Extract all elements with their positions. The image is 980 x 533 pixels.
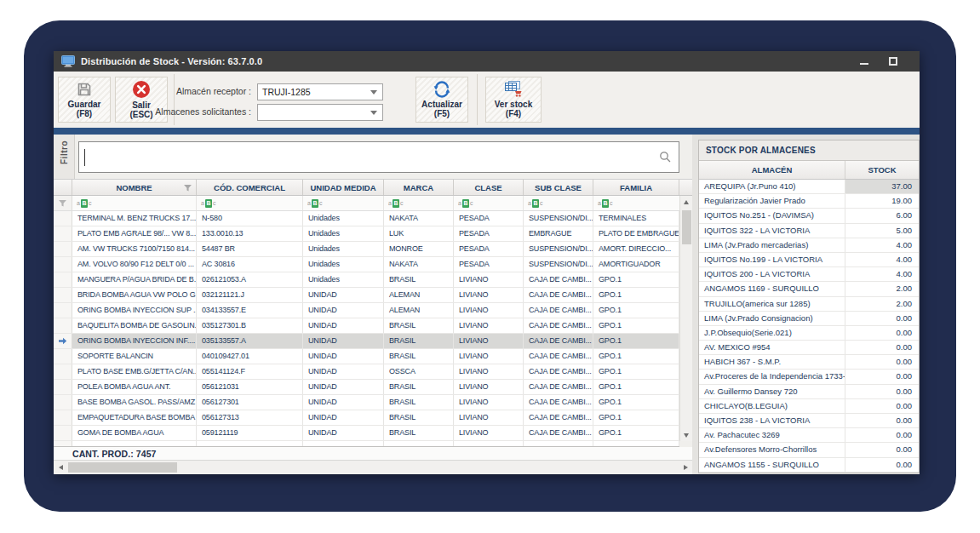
stock-cell[interactable]: 0.00 (845, 355, 919, 369)
product-cell[interactable]: Unidades (303, 242, 384, 256)
product-cell[interactable]: POLEA BOMBA AGUA ANT. (72, 380, 197, 394)
product-cell[interactable]: LIVIANO (454, 334, 524, 348)
product-cell[interactable]: LIVIANO (454, 364, 524, 379)
almacen-cell[interactable]: CHICLAYO(B.LEGUIA) (699, 399, 845, 413)
product-cell[interactable]: ALEMAN (384, 303, 454, 318)
product-cell[interactable]: LIVIANO (454, 380, 524, 394)
product-cell[interactable]: AMORT. DIRECCIO... (593, 242, 679, 256)
stock-cell[interactable]: 4.00 (845, 253, 919, 266)
horizontal-scrollbar[interactable] (54, 460, 692, 473)
product-cell[interactable]: GPO.1 (593, 334, 679, 348)
product-cell[interactable]: NAKATA (384, 257, 454, 272)
product-cell[interactable]: UNIDAD (303, 288, 384, 302)
view-stock-button[interactable]: Ver stock(F4) (485, 77, 542, 123)
product-cell[interactable]: N-580 (197, 211, 303, 226)
product-cell[interactable]: BRIDA BOMBA AGUA VW POLO G... (72, 288, 197, 302)
almacen-cell[interactable]: LIMA (Jv.Prado Consignacion) (699, 312, 845, 325)
product-cell[interactable]: SUSPENSION/DI... (524, 257, 593, 272)
product-cell[interactable]: GPO.1 (593, 426, 679, 440)
product-cell[interactable]: BRASIL (384, 380, 454, 394)
product-cell[interactable]: 034133557.E (197, 303, 303, 318)
filter-cell-subclase[interactable]: aBc (524, 196, 593, 210)
product-cell[interactable]: LIVIANO (454, 410, 524, 425)
product-cell[interactable]: MONROE (384, 242, 454, 256)
stock-cell[interactable]: 0.00 (845, 341, 919, 354)
scroll-up-button[interactable] (680, 196, 692, 208)
stock-row[interactable]: Av. Pachacutec 32690.00 (699, 428, 919, 443)
product-cell[interactable]: SOPORTE BALANCIN (72, 349, 197, 364)
product-row[interactable]: BASE BOMBA GASOL. PASS/AMZ056127301UNIDA… (54, 395, 679, 410)
product-row[interactable]: ORING BOMBA INYECCION INF....035133557.A… (54, 334, 679, 349)
almacen-cell[interactable]: ANGAMOS 1169 - SURQUILLO (699, 282, 845, 295)
product-cell[interactable]: CAJA DE CAMBI... (524, 395, 593, 410)
product-cell[interactable]: CAJA DE CAMBI... (524, 318, 593, 333)
product-cell[interactable]: LUK (384, 226, 454, 241)
product-cell[interactable]: 056121031 (197, 380, 303, 394)
stock-cell[interactable]: 37.00 (845, 180, 919, 193)
almacen-cell[interactable]: IQUITOS 200 - LA VICTORIA (699, 267, 845, 281)
stock-cell[interactable]: 0.00 (845, 458, 919, 472)
product-cell[interactable]: AC 30816 (197, 257, 303, 272)
product-cell[interactable]: Unidades (303, 211, 384, 226)
product-cell[interactable]: BRASIL (384, 349, 454, 364)
product-row[interactable]: MANGUERA P/AGUA BRIDA DE B...026121053.A… (54, 272, 679, 288)
product-cell[interactable]: BASE BOMBA GASOL. PASS/AMZ (72, 395, 197, 410)
product-cell[interactable]: UNIDAD (303, 303, 384, 318)
product-cell[interactable]: GPO.1 (593, 303, 679, 318)
stock-cell[interactable]: 0.00 (845, 385, 919, 398)
product-cell[interactable]: LIVIANO (454, 288, 524, 302)
product-cell[interactable]: Unidades (303, 257, 384, 272)
product-cell[interactable]: GPO.1 (593, 318, 679, 333)
receiver-combo[interactable]: TRUJI-1285 (257, 83, 383, 100)
product-row[interactable]: GOMA DE BOMBA AGUA059121119UNIDADBRASILL… (54, 426, 679, 441)
almacen-cell[interactable]: AV. MEXICO #954 (699, 341, 845, 354)
product-cell[interactable]: BAQUELITA BOMBA DE GASOLIN... (72, 318, 197, 333)
product-cell[interactable]: LIVIANO (454, 426, 524, 440)
filter-cell-cod[interactable]: aBc (197, 196, 303, 210)
stock-row[interactable]: Av.Proceres de la Independencia 1733-...… (699, 370, 919, 384)
product-cell[interactable]: GPO.1 (593, 395, 679, 410)
stock-row[interactable]: J.P.Obsequio(Serie.021)0.00 (699, 326, 919, 341)
product-row[interactable]: PLATO BASE EMB.G/JETTA C/AN...055141124.… (54, 364, 679, 380)
stock-row[interactable]: Regularización Javier Prado19.00 (699, 194, 919, 209)
product-cell[interactable]: UNIDAD (303, 364, 384, 379)
product-cell[interactable]: SUSPENSION/DI... (524, 211, 593, 226)
product-cell[interactable]: Unidades (303, 226, 384, 241)
scroll-right-button[interactable] (679, 461, 692, 473)
stock-row[interactable]: IQUITOS 322 - LA VICTORIA5.00 (699, 224, 919, 238)
product-cell[interactable]: CAJA DE CAMBI... (524, 334, 593, 348)
product-cell[interactable]: PESADA (454, 257, 524, 272)
stock-cell[interactable]: 4.00 (845, 267, 919, 281)
stock-row[interactable]: LIMA (Jv.Prado Consignacion)0.00 (699, 312, 919, 326)
stock-row[interactable]: IQUITOS 200 - LA VICTORIA4.00 (699, 267, 919, 282)
product-row[interactable]: POLEA BOMBA AGUA ANT.056121031UNIDADBRAS… (54, 380, 679, 395)
stock-cell[interactable]: 0.00 (845, 326, 919, 340)
filter-search-input[interactable] (78, 141, 679, 173)
product-cell[interactable]: CAJA DE CAMBI... (524, 272, 593, 287)
almacen-cell[interactable]: HABICH 367 - S.M.P. (699, 355, 845, 369)
product-cell[interactable]: PESADA (454, 226, 524, 241)
filter-cell-nombre[interactable]: aBc (72, 196, 197, 210)
product-cell[interactable]: 035127301.B (197, 318, 303, 333)
product-cell[interactable]: BRASIL (384, 395, 454, 410)
product-cell[interactable]: ORING BOMBA INYECCION INF.... (72, 334, 197, 348)
product-cell[interactable]: EMBRAGUE (524, 226, 593, 241)
product-cell[interactable]: AMORTIGUADOR (593, 257, 679, 272)
column-header-cod-comercial[interactable]: CÓD. COMERCIAL (197, 180, 303, 195)
almacen-cell[interactable]: IQUITOS 238 - LA VICTORIA (699, 414, 845, 427)
product-cell[interactable]: GPO.1 (593, 288, 679, 302)
requesters-combo[interactable] (257, 104, 383, 121)
almacen-cell[interactable]: ANGAMOS 1155 - SURQUILLO (699, 458, 845, 472)
funnel-icon[interactable] (184, 185, 192, 192)
stock-cell[interactable]: 0.00 (845, 370, 919, 383)
column-header-stock[interactable]: STOCK (845, 161, 919, 179)
filter-cell-marca[interactable]: aBc (384, 196, 454, 210)
product-cell[interactable]: MANGUERA P/AGUA BRIDA DE B... (72, 272, 197, 287)
filter-panel-tab[interactable]: Filtro (54, 135, 75, 179)
almacen-cell[interactable]: IQUITOS 322 - LA VICTORIA (699, 224, 845, 238)
stock-row[interactable]: AREQUIPA (Jr.Puno 410)37.00 (699, 180, 919, 194)
product-row[interactable]: BRIDA BOMBA AGUA VW POLO G...032121121.J… (54, 288, 679, 303)
product-cell[interactable]: AM. VOLVO 80/90 F12 DELT 0/0 ... (72, 257, 197, 272)
scroll-down-button[interactable] (680, 429, 692, 441)
titlebar[interactable]: Distribución de Stock - Versión: 63.7.0.… (54, 51, 920, 72)
